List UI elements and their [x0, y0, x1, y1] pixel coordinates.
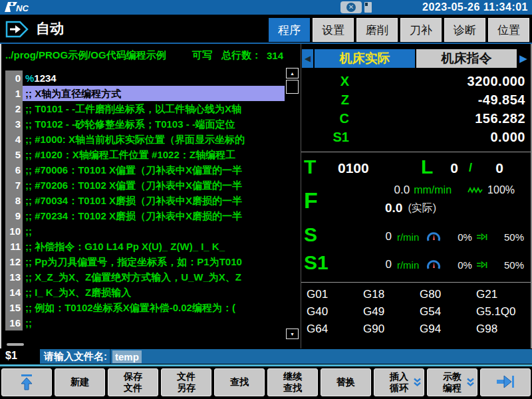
prev-page-icon[interactable]: ◀ — [302, 49, 313, 68]
line-number: 2 — [5, 101, 23, 116]
code-line[interactable]: 12;; Pp为刀具偏置号，指定坐标系，如：P1为T010 — [5, 254, 285, 269]
code-line[interactable]: 2;; T0101 - -工件磨削坐标系，以工件轴心线为X轴 — [5, 101, 285, 116]
gcode-G94: G94 — [420, 321, 476, 338]
gcode-G5.1Q0: G5.1Q0 — [476, 303, 532, 321]
code-line[interactable]: 13;; X_Z_为X、Z偏置绝对方式输入，U_W_为X、Z — [5, 269, 285, 285]
tab-position[interactable]: 位置 — [488, 18, 529, 42]
gcode-G40: G40 — [307, 303, 363, 321]
softkey-save-as[interactable]: 文件 另存 — [161, 368, 211, 396]
tab-diagnosis[interactable]: 诊断 — [444, 18, 485, 42]
usb-storage-icon — [364, 2, 372, 13]
code-line-text: ;; #70206：T0102 X偏置（刀补表中X偏置的一半 — [23, 178, 285, 193]
softkey-new-file[interactable]: 新建 — [55, 368, 105, 396]
grinder-icon — [476, 233, 488, 241]
tab-machine-command[interactable]: 机床指令 — [416, 49, 517, 68]
code-area[interactable]: 0%12341;; X轴为直径编程方式2;; T0101 - -工件磨削坐标系，… — [5, 70, 285, 332]
top-status-bar: NC ✕ 2023-05-26 11:34:01 — [0, 0, 532, 15]
axis-row: Z-49.854 — [301, 90, 525, 109]
horizontal-scrollbar[interactable] — [5, 343, 283, 346]
code-line[interactable]: 14;; I_ K_为X、Z磨损输入 — [5, 285, 285, 300]
code-line[interactable]: 16;; — [5, 315, 285, 331]
code-line[interactable]: 1;; X轴为直径编程方式 — [5, 86, 285, 101]
filename-value: temp — [112, 350, 142, 363]
tool-number: 0100 — [338, 160, 369, 176]
line-number: 7 — [5, 178, 23, 193]
writable-flag: 可写 — [192, 49, 212, 62]
gcode-G80: G80 — [420, 286, 476, 303]
axis-row: C156.282 — [301, 109, 525, 128]
spindle-s1-row: S1 0 r/min 0% 50% — [301, 253, 531, 277]
axis-row: S10.000 — [301, 128, 525, 146]
feed-override: 100% — [487, 184, 515, 196]
brand-logo: NC — [3, 0, 43, 15]
feed-waveform-icon — [467, 186, 483, 194]
filename-field[interactable]: 请输入文件名: temp — [40, 349, 532, 364]
axis-value: 0.000 — [349, 130, 525, 145]
line-number: 4 — [5, 132, 23, 147]
editor-header: ../prog/PROG示例/OG代码编程示例 可写 总行数： 314 — [5, 48, 283, 63]
line-number: 8 — [5, 193, 23, 208]
code-line[interactable]: 11;; 补偿指令：G10 L14 Pp X(U)_ Z(W)_ I_ K_ — [5, 239, 285, 254]
code-line[interactable]: 8;; #70034：T0101 X磨损（刀补表中X磨损的一半 — [5, 193, 285, 208]
code-line[interactable]: 9;; #70234：T0102 X磨损（刀补表中X磨损的一半 — [5, 208, 285, 223]
line-number: 10 — [5, 223, 23, 239]
code-line-text: ;; T0101 - -工件磨削坐标系，以工件轴心线为X轴 — [23, 101, 285, 116]
feed-actual: 0.0 — [385, 201, 402, 215]
total-lines-label: 总行数： — [221, 49, 261, 62]
next-page-icon[interactable]: ▶ — [518, 49, 529, 68]
code-line-text: ;; — [23, 315, 285, 331]
position-panel: ◀ 机床实际 机床指令 ▶ X3200.000Z-49.854C156.282S… — [301, 44, 532, 348]
line-number: 11 — [5, 239, 23, 254]
h-scrollbar-thumb[interactable] — [7, 343, 24, 346]
divider — [301, 282, 531, 283]
filename-input[interactable]: temp — [110, 349, 532, 364]
code-line[interactable]: 4;; #1000: X轴当前机床实际位置（界面显示坐标的 — [5, 132, 285, 147]
axis-name: X — [301, 74, 349, 89]
scrollbar-thumb[interactable] — [286, 80, 299, 94]
spindle-load: 0% — [458, 231, 472, 243]
close-icon[interactable]: ✕ — [340, 1, 362, 13]
program-number: 1234 — [34, 72, 56, 84]
cnc-screen: NC ✕ 2023-05-26 11:34:01 自动 程序设置磨削刀补诊断位置… — [0, 0, 532, 399]
spindle-s-label: S — [304, 225, 317, 245]
code-line[interactable]: 3;; T0102 - -砂轮修整坐标系；T0103 - -端面定位 — [5, 116, 285, 132]
code-line-text: ;; T0102 - -砂轮修整坐标系；T0103 - -端面定位 — [23, 116, 285, 132]
scroll-up-icon[interactable]: ▲ — [286, 68, 299, 78]
softkey-find[interactable]: 查找 — [214, 368, 265, 396]
softkey-find-next[interactable]: 继续 查找 — [267, 368, 318, 396]
line-number: 13 — [5, 269, 23, 285]
code-line[interactable]: 0%1234 — [5, 70, 285, 86]
softkey-return-top[interactable] — [1, 368, 52, 396]
gauge-icon — [426, 231, 442, 243]
tab-tool-comp[interactable]: 刀补 — [400, 18, 442, 42]
softkey-replace[interactable]: 替换 — [321, 368, 371, 396]
line-number: 0 — [5, 70, 23, 86]
code-line[interactable]: 6;; #70006：T0101 X偏置（刀补表中X偏置的一半 — [5, 162, 285, 178]
vertical-scrollbar[interactable]: ▲ ▼ — [285, 68, 299, 339]
scroll-down-icon[interactable]: ▼ — [286, 329, 299, 339]
program-editor: ../prog/PROG示例/OG代码编程示例 可写 总行数： 314 0%12… — [0, 44, 301, 348]
softkey-save-file[interactable]: 保存 文件 — [108, 368, 158, 396]
gcode-G21: G21 — [476, 286, 532, 303]
code-line[interactable]: 15;; 例如：T0102坐标系X偏置补偿-0.02编程为：( — [5, 300, 285, 315]
code-line-text: ;; #70006：T0101 X偏置（刀补表中X偏置的一半 — [23, 162, 285, 178]
tab-grinding[interactable]: 磨削 — [356, 18, 398, 42]
axis-name: S1 — [301, 130, 349, 145]
divider — [301, 152, 531, 152]
softkey-insert-cycle[interactable]: 插入 循环 — [374, 368, 424, 396]
tab-program[interactable]: 程序 — [269, 18, 310, 42]
softkey-teach-program[interactable]: 示教 编程 — [427, 368, 477, 396]
code-line[interactable]: 7;; #70206：T0102 X偏置（刀补表中X偏置的一半 — [5, 178, 285, 193]
code-line[interactable]: 5;; #1020：X轴编程工件位置 #1022：Z轴编程工 — [5, 147, 285, 162]
tab-machine-actual[interactable]: 机床实际 — [315, 49, 415, 68]
loop-current: 0 — [444, 160, 465, 176]
tab-settings[interactable]: 设置 — [313, 18, 354, 42]
code-line[interactable]: 10;; — [5, 223, 285, 239]
nav-tabs: 程序设置磨削刀补诊断位置 — [269, 18, 529, 42]
softkey-jump-end[interactable] — [480, 368, 531, 396]
tool-info: T 0100 L 0 / 0 — [301, 156, 531, 180]
softkey-label: 继续 查找 — [283, 371, 302, 394]
code-line-text: ;; 例如：T0102坐标系X偏置补偿-0.02编程为：( — [23, 300, 285, 315]
loop-separator: / — [469, 161, 472, 175]
total-lines-value: 314 — [267, 50, 283, 61]
